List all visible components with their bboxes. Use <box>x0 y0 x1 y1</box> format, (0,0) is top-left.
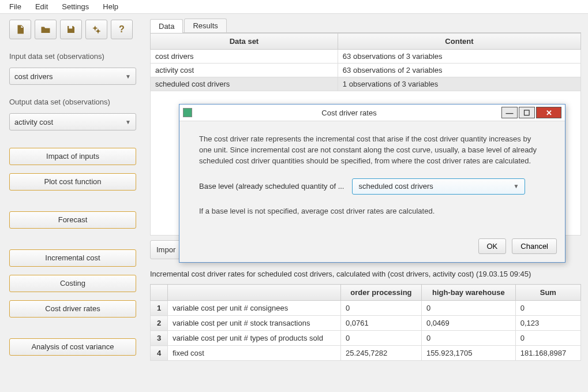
output-dataset-label: Output data set (observations) <box>9 98 141 106</box>
close-button[interactable]: ✕ <box>536 107 561 118</box>
menu-settings[interactable]: Settings <box>62 2 89 11</box>
dataset-table: Data set Content cost drivers63 observat… <box>150 33 581 91</box>
cell-order-processing: 0 <box>341 331 422 346</box>
input-dataset-value: cost drivers <box>14 72 53 81</box>
dialog-description: The cost driver rate represents the incr… <box>199 134 545 167</box>
table-row[interactable]: 3 variable cost per unit # types of prod… <box>151 331 581 346</box>
col-high-bay-warehouse: high-bay warehouse <box>421 285 515 301</box>
table-row[interactable]: activity cost63 observations of 2 variab… <box>151 64 581 77</box>
app-icon <box>183 108 192 117</box>
cost-driver-rates-dialog: Cost driver rates — ☐ ✕ The cost driver … <box>179 104 565 263</box>
cell-label: fixed cost <box>168 346 341 361</box>
sidebar: ? Input data set (observations) cost dri… <box>0 14 150 361</box>
open-button[interactable] <box>35 20 57 39</box>
col-sum: Sum <box>515 285 580 301</box>
svg-point-1 <box>97 30 100 33</box>
result-caption: Incremental cost driver rates for schedu… <box>150 270 581 278</box>
cell-high-bay: 155.923,1705 <box>421 346 515 361</box>
forecast-button[interactable]: Forecast <box>9 211 136 229</box>
base-level-label: Base level (already scheduled quantity o… <box>199 182 344 191</box>
menu-help[interactable]: Help <box>103 2 118 11</box>
chevron-down-icon: ▼ <box>125 73 131 80</box>
cell-rownum: 1 <box>151 301 168 316</box>
incremental-cost-button[interactable]: Incremental cost <box>9 249 136 267</box>
settings-button[interactable] <box>85 20 107 39</box>
col-rownum <box>151 285 168 301</box>
analysis-cost-variance-button[interactable]: Analysis of cost variance <box>9 338 136 356</box>
cost-driver-rates-button[interactable]: Cost driver rates <box>9 300 136 318</box>
maximize-icon: ☐ <box>523 109 530 117</box>
cell-dataset: cost drivers <box>151 50 338 64</box>
cell-label: variable cost per unit # types of produc… <box>168 331 341 346</box>
table-row[interactable]: cost drivers63 observations of 3 variabl… <box>151 50 581 64</box>
table-row[interactable]: 1 variable cost per unit # consignees 0 … <box>151 301 581 316</box>
col-metric <box>168 285 341 301</box>
toolbar: ? <box>9 20 141 39</box>
input-dataset-label: Input data set (observations) <box>9 52 141 61</box>
tabs: Data Results <box>150 18 581 33</box>
close-icon: ✕ <box>546 109 552 117</box>
output-dataset-select[interactable]: activity cost ▼ <box>9 113 136 130</box>
cell-order-processing: 0,0761 <box>341 316 422 331</box>
impact-of-inputs-button[interactable]: Impact of inputs <box>9 148 136 165</box>
cell-sum: 181.168,8987 <box>515 346 580 361</box>
cell-content: 63 observations of 3 variables <box>338 50 580 64</box>
cell-sum: 0 <box>515 301 580 316</box>
plot-cost-function-button[interactable]: Plot cost function <box>9 173 136 191</box>
file-icon <box>15 24 25 35</box>
costing-button[interactable]: Costing <box>9 275 136 292</box>
menubar: File Edit Settings Help <box>0 0 588 14</box>
cell-sum: 0 <box>515 331 580 346</box>
question-icon: ? <box>119 24 125 35</box>
tab-data[interactable]: Data <box>150 19 183 33</box>
gears-icon <box>91 24 102 35</box>
cell-order-processing: 0 <box>341 301 422 316</box>
output-dataset-value: activity cost <box>14 118 53 126</box>
cell-label: variable cost per unit # stock transacti… <box>168 316 341 331</box>
cell-rownum: 2 <box>151 316 168 331</box>
menu-edit[interactable]: Edit <box>35 2 48 11</box>
cell-content: 63 observations of 2 variables <box>338 64 580 77</box>
col-content: Content <box>338 33 580 50</box>
menu-file[interactable]: File <box>9 2 21 11</box>
chevron-down-icon: ▼ <box>125 119 131 125</box>
cell-rownum: 4 <box>151 346 168 361</box>
tab-results[interactable]: Results <box>184 18 226 32</box>
table-row[interactable]: 4 fixed cost 25.245,7282 155.923,1705 18… <box>151 346 581 361</box>
help-button[interactable]: ? <box>111 20 133 39</box>
cell-label: variable cost per unit # consignees <box>168 301 341 316</box>
base-level-value: scheduled cost drivers <box>358 182 433 191</box>
base-level-select[interactable]: scheduled cost drivers ▼ <box>352 178 525 195</box>
folder-open-icon <box>40 24 51 35</box>
dialog-note: If a base level is not specified, averag… <box>199 206 545 217</box>
save-button[interactable] <box>60 20 82 39</box>
table-row[interactable]: 2 variable cost per unit # stock transac… <box>151 316 581 331</box>
cell-dataset: scheduled cost drivers <box>151 77 338 91</box>
cell-order-processing: 25.245,7282 <box>341 346 422 361</box>
result-table: order processing high-bay warehouse Sum … <box>150 284 581 361</box>
chevron-down-icon: ▼ <box>514 183 519 189</box>
maximize-button[interactable]: ☐ <box>519 107 535 118</box>
col-order-processing: order processing <box>341 285 422 301</box>
dialog-titlebar[interactable]: Cost driver rates — ☐ ✕ <box>179 104 565 121</box>
cell-high-bay: 0,0469 <box>421 316 515 331</box>
cell-sum: 0,123 <box>515 316 580 331</box>
svg-point-0 <box>94 27 97 30</box>
ok-button[interactable]: OK <box>478 238 507 254</box>
cell-high-bay: 0 <box>421 331 515 346</box>
cell-high-bay: 0 <box>421 301 515 316</box>
cell-content: 1 observations of 3 variables <box>338 77 580 91</box>
minimize-button[interactable]: — <box>501 107 518 118</box>
input-dataset-select[interactable]: cost drivers ▼ <box>9 68 136 85</box>
dialog-title: Cost driver rates <box>197 109 501 117</box>
table-row[interactable]: scheduled cost drivers1 observations of … <box>151 77 581 91</box>
cell-rownum: 3 <box>151 331 168 346</box>
cancel-button[interactable]: Chancel <box>512 238 557 254</box>
minimize-icon: — <box>506 109 514 117</box>
new-file-button[interactable] <box>9 20 31 39</box>
col-dataset: Data set <box>151 33 338 50</box>
save-icon <box>66 24 76 35</box>
cell-dataset: activity cost <box>151 64 338 77</box>
